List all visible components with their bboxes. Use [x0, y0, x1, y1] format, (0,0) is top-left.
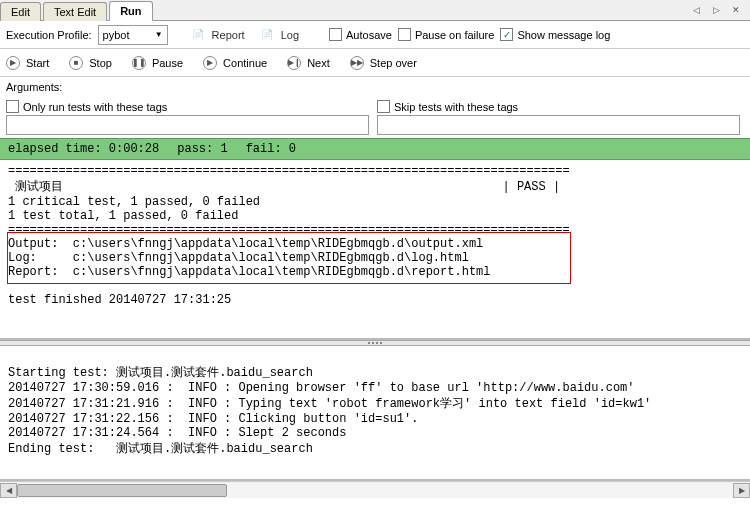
pause-failure-checkbox[interactable]: Pause on failure	[398, 28, 495, 41]
show-msg-log-checkbox[interactable]: ✓ Show message log	[500, 28, 610, 41]
checkbox-icon	[398, 28, 411, 41]
fail-count: fail: 0	[246, 142, 296, 156]
pause-label: Pause	[152, 57, 183, 69]
stop-icon: ■	[69, 56, 83, 70]
tab-prev-icon[interactable]: ◁	[688, 3, 704, 17]
scroll-thumb[interactable]	[17, 484, 227, 497]
log-icon[interactable]: 📄	[259, 27, 275, 43]
pause-icon: ❚❚	[132, 56, 146, 70]
chevron-down-icon: ▼	[155, 30, 163, 39]
play-icon: ▶	[6, 56, 20, 70]
pass-count: pass: 1	[177, 142, 227, 156]
horizontal-scrollbar[interactable]: ◀ ▶	[0, 481, 750, 498]
continue-label: Continue	[223, 57, 267, 69]
toolbar-run: ▶ Start ■ Stop ❚❚ Pause ▶ Continue ▶❙ Ne…	[0, 49, 750, 77]
profile-value: pybot	[103, 29, 130, 41]
checkbox-icon	[377, 100, 390, 113]
status-bar: elapsed time: 0:00:28 pass: 1 fail: 0	[0, 138, 750, 160]
step-over-button[interactable]: ▶▶ Step over	[350, 56, 417, 70]
tab-bar: Edit Text Edit Run ◁ ▷ ✕	[0, 0, 750, 21]
step-over-icon: ▶▶	[350, 56, 364, 70]
tab-close-icon[interactable]: ✕	[728, 3, 744, 17]
tab-nav: ◁ ▷ ✕	[688, 3, 750, 17]
message-log-text: Starting test: 测试项目.测试套件.baidu_search 20…	[8, 366, 651, 456]
skip-tags-checkbox[interactable]: Skip tests with these tags	[377, 100, 744, 113]
step-over-label: Step over	[370, 57, 417, 69]
stop-button[interactable]: ■ Stop	[69, 56, 112, 70]
checkbox-icon	[6, 100, 19, 113]
elapsed-time: elapsed time: 0:00:28	[8, 142, 159, 156]
tab-text-edit[interactable]: Text Edit	[43, 2, 107, 21]
next-label: Next	[307, 57, 330, 69]
profile-label: Execution Profile:	[6, 29, 92, 41]
scroll-track[interactable]	[17, 483, 733, 498]
only-tags-label: Only run tests with these tags	[23, 101, 167, 113]
pause-button[interactable]: ❚❚ Pause	[132, 56, 183, 70]
autosave-label: Autosave	[346, 29, 392, 41]
tag-filter-row: Only run tests with these tags Skip test…	[0, 97, 750, 138]
start-button[interactable]: ▶ Start	[6, 56, 49, 70]
next-icon: ▶❙	[287, 56, 301, 70]
report-icon[interactable]: 📄	[190, 27, 206, 43]
continue-icon: ▶	[203, 56, 217, 70]
output-log-text: ========================================…	[8, 164, 570, 307]
only-tags-input[interactable]	[6, 115, 369, 135]
output-log[interactable]: ========================================…	[0, 160, 750, 340]
arguments-row: Arguments:	[0, 77, 750, 97]
next-button[interactable]: ▶❙ Next	[287, 56, 330, 70]
toolbar-profile: Execution Profile: pybot ▼ 📄 Report 📄 Lo…	[0, 21, 750, 49]
autosave-checkbox[interactable]: Autosave	[329, 28, 392, 41]
stop-label: Stop	[89, 57, 112, 69]
report-link[interactable]: Report	[212, 29, 245, 41]
start-label: Start	[26, 57, 49, 69]
grip-icon	[360, 341, 390, 345]
scroll-left-icon[interactable]: ◀	[0, 483, 17, 498]
checkbox-icon	[329, 28, 342, 41]
show-msg-log-label: Show message log	[517, 29, 610, 41]
tab-run[interactable]: Run	[109, 1, 152, 21]
profile-select[interactable]: pybot ▼	[98, 25, 168, 45]
checkbox-checked-icon: ✓	[500, 28, 513, 41]
tab-edit[interactable]: Edit	[0, 2, 41, 21]
scroll-right-icon[interactable]: ▶	[733, 483, 750, 498]
arguments-label: Arguments:	[6, 81, 62, 93]
log-link[interactable]: Log	[281, 29, 299, 41]
tab-next-icon[interactable]: ▷	[708, 3, 724, 17]
message-log[interactable]: Starting test: 测试项目.测试套件.baidu_search 20…	[0, 346, 750, 481]
pause-failure-label: Pause on failure	[415, 29, 495, 41]
skip-tags-input[interactable]	[377, 115, 740, 135]
only-tags-checkbox[interactable]: Only run tests with these tags	[6, 100, 373, 113]
continue-button[interactable]: ▶ Continue	[203, 56, 267, 70]
skip-tags-label: Skip tests with these tags	[394, 101, 518, 113]
